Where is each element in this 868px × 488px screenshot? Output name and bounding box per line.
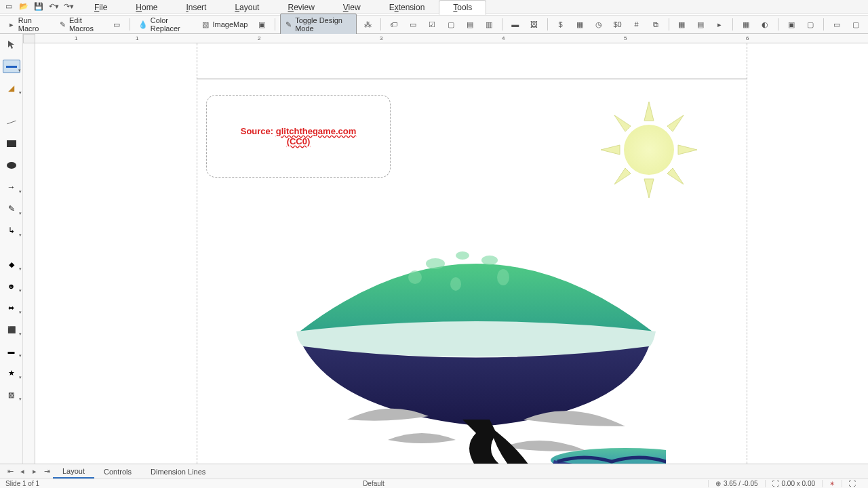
menu-file[interactable]: File <box>80 0 121 15</box>
menu-tools[interactable]: Tools <box>439 0 486 15</box>
separator <box>669 18 669 30</box>
textbox-source-attribution[interactable]: Source: glitchthegame.com (CC0) <box>206 95 391 178</box>
block-arrows-tool[interactable]: ⬌▾ <box>3 301 20 314</box>
drop-icon: 💧 <box>138 20 148 29</box>
edit-macros-button[interactable]: ✎Edit Macros <box>55 14 106 35</box>
grid-button[interactable]: ▦ <box>738 18 754 31</box>
menu-view[interactable]: View <box>329 0 375 15</box>
filecontrol-button[interactable]: ▢ <box>802 18 818 31</box>
color-replacer-label: Color Replacer <box>151 16 191 33</box>
undo-icon[interactable]: ↶▾ <box>49 2 58 12</box>
tab-layout[interactable]: Layout <box>53 465 94 479</box>
tab-dimension-lines[interactable]: Dimension Lines <box>141 466 215 478</box>
vertical-ruler[interactable] <box>23 43 35 464</box>
listbox-icon: ▤ <box>465 20 475 29</box>
save-icon[interactable]: 💾 <box>34 2 43 12</box>
line-color-tool[interactable]: ▾ <box>3 60 20 73</box>
wand-icon: ⁂ <box>363 20 372 29</box>
horizontal-ruler[interactable]: 1 1 2 3 4 5 6 <box>35 34 868 43</box>
pushbutton-button[interactable]: ▬ <box>507 18 524 31</box>
stars-tool[interactable]: ★▾ <box>3 366 20 380</box>
first-slide-button[interactable]: ⇤ <box>4 467 16 476</box>
menu-home[interactable]: Home <box>121 0 172 15</box>
scroll-button[interactable]: ◐ <box>757 18 773 31</box>
listbox-button[interactable]: ▤ <box>462 18 478 31</box>
menu-extension[interactable]: Extension <box>375 0 439 15</box>
arrow-tool[interactable]: →▾ <box>3 180 20 194</box>
form-design-button[interactable]: ▭ <box>829 18 845 31</box>
status-slide-style[interactable]: Default <box>363 480 384 487</box>
fit-icon: ⛶ <box>849 480 856 487</box>
ruler-tick: 5 <box>624 35 627 41</box>
macro-doc-button[interactable]: ▭ <box>108 18 125 31</box>
imagemap-button[interactable]: ▧ImageMap <box>197 18 252 31</box>
wand-button[interactable]: ⁂ <box>359 18 376 31</box>
status-zoom-fit[interactable]: ⛶ <box>842 480 863 487</box>
last-slide-button[interactable]: ⇥ <box>41 467 53 476</box>
combo-button[interactable]: ▥ <box>481 18 497 31</box>
currency-button[interactable]: $ <box>553 18 569 31</box>
slide-canvas[interactable]: Source: glitchthegame.com (CC0) <box>35 43 868 464</box>
navbar-button[interactable]: ▸ <box>711 18 728 31</box>
tag-button[interactable]: 🏷 <box>386 18 402 31</box>
menu-layout[interactable]: Layout <box>220 0 273 15</box>
status-save-indicator[interactable]: ✶ <box>822 480 842 487</box>
numeric-icon: # <box>632 20 642 29</box>
callout-tool[interactable]: ▬▾ <box>3 344 20 358</box>
svg-point-9 <box>456 251 469 260</box>
separator <box>547 18 548 30</box>
numeric-button[interactable]: # <box>629 18 645 31</box>
svg-point-11 <box>408 270 422 284</box>
ruler-tick: 1 <box>75 35 77 41</box>
next-slide-button[interactable]: ▸ <box>28 467 41 476</box>
svg-marker-4 <box>614 115 631 131</box>
time-button[interactable]: ◷ <box>591 18 607 31</box>
ruler-tick: 1 <box>136 35 138 41</box>
checkbox-button[interactable]: ☑ <box>424 18 440 31</box>
run-macro-button[interactable]: ▸Run Macro <box>4 14 52 35</box>
imagemap-ext-button[interactable]: ▣ <box>254 18 270 31</box>
tab-controls[interactable]: Controls <box>94 466 141 478</box>
tag-icon: 🏷 <box>389 20 399 29</box>
open-icon[interactable]: 📂 <box>19 2 28 12</box>
textfield-icon: ▢ <box>446 20 456 29</box>
date-button[interactable]: ▦ <box>572 18 588 31</box>
fill-color-tool[interactable]: ◢▾ <box>3 81 20 95</box>
toggle-design-mode-button[interactable]: ✎Toggle Design Mode <box>280 14 357 35</box>
rectangle-tool[interactable] <box>3 137 20 150</box>
groupbox-icon: ▦ <box>677 20 686 29</box>
prev-slide-button[interactable]: ◂ <box>16 467 28 476</box>
connector-tool[interactable]: ↳▾ <box>3 224 20 237</box>
label-button[interactable]: ▭ <box>405 18 421 31</box>
line-tool[interactable] <box>3 115 20 129</box>
currency0-button[interactable]: $0 <box>610 18 626 31</box>
textbox-line1: Source: glitchthegame.com <box>241 126 356 136</box>
menu-review[interactable]: Review <box>273 0 328 15</box>
color-replacer-button[interactable]: 💧Color Replacer <box>135 14 195 35</box>
symbol-shapes-tool[interactable]: ☻▾ <box>3 279 20 293</box>
sun-graphic[interactable] <box>598 99 700 201</box>
groupbox-button[interactable]: ▦ <box>673 18 690 31</box>
textfield-button[interactable]: ▢ <box>443 18 459 31</box>
crop-icon: ▣ <box>257 20 267 29</box>
checkbox-icon: ☑ <box>427 20 437 29</box>
new-doc-icon[interactable]: ▭ <box>4 2 14 12</box>
pattern-button[interactable]: ⧉ <box>648 18 664 31</box>
menu-insert[interactable]: Insert <box>172 0 220 15</box>
ellipse-tool[interactable] <box>3 159 20 172</box>
curve-tool[interactable]: ✎▾ <box>3 202 20 216</box>
flowchart-tool[interactable]: ⬛▾ <box>3 323 20 336</box>
island-tree-graphic[interactable] <box>286 223 666 464</box>
ruler-tick: 3 <box>380 35 382 41</box>
ruler-corner <box>23 34 35 43</box>
tablecontrol-button[interactable]: ▤ <box>692 18 709 31</box>
basic-shapes-tool[interactable]: ◆▾ <box>3 258 20 271</box>
left-toolbox: ▾ ◢▾ →▾ ✎▾ ↳▾ ◆▾ ☻▾ ⬌▾ ⬛▾ ▬▾ ★▾ ▨▾ <box>0 34 23 464</box>
select-tool[interactable] <box>3 38 20 52</box>
spinbutton-button[interactable]: ▣ <box>783 18 800 31</box>
form-nav-button[interactable]: ▢ <box>848 18 864 31</box>
toggle-design-label: Toggle Design Mode <box>295 16 353 33</box>
3d-tool[interactable]: ▨▾ <box>3 388 20 401</box>
redo-icon[interactable]: ↷▾ <box>64 2 73 12</box>
imagebutton-button[interactable]: 🖼 <box>526 18 542 31</box>
